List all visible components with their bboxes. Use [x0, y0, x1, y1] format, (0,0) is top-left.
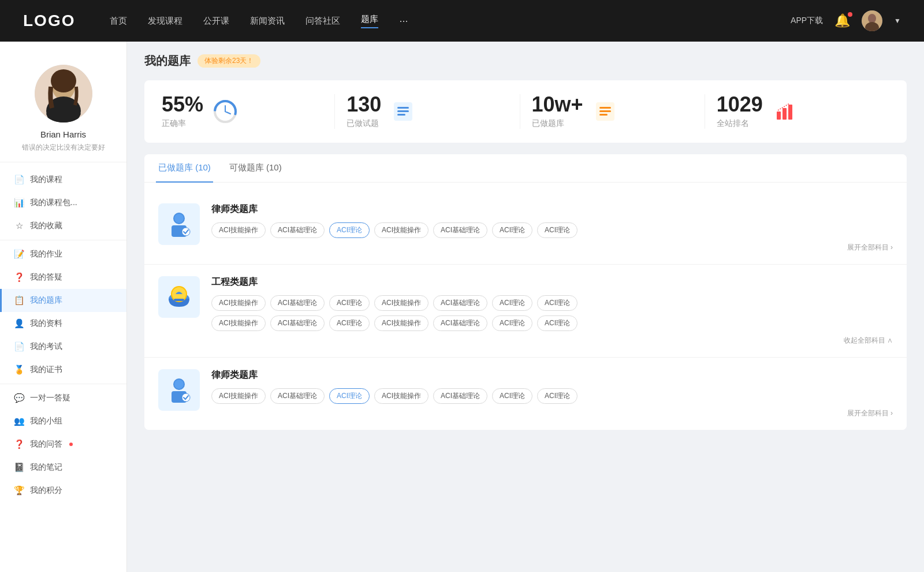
expand-link-lawyer-1[interactable]: 展开全部科目 › — [211, 243, 893, 252]
tag[interactable]: ACI基础理论 — [433, 222, 487, 238]
nav-menu: 首页 发现课程 公开课 新闻资讯 问答社区 题库 ··· — [110, 14, 791, 28]
cert-icon: 🏅 — [14, 365, 24, 375]
list-orange-icon — [593, 99, 618, 124]
app-download[interactable]: APP下载 — [791, 16, 823, 26]
notification-bell[interactable]: 🔔 — [834, 13, 850, 28]
tag-active[interactable]: ACI理论 — [329, 222, 370, 238]
profile-icon: 👤 — [14, 318, 24, 329]
sidebar-item-one-on-one[interactable]: 💬 一对一答疑 — [0, 387, 126, 410]
avatar[interactable] — [35, 65, 92, 122]
sidebar-item-label: 我的收藏 — [30, 221, 62, 231]
qbank-name-engineer: 工程类题库 — [211, 276, 893, 288]
nav-qa[interactable]: 问答社区 — [305, 16, 340, 27]
tag[interactable]: ACI基础理论 — [270, 295, 325, 311]
notification-badge — [848, 12, 852, 17]
tag[interactable]: ACI理论 — [329, 295, 370, 311]
favorites-icon: ☆ — [14, 221, 24, 231]
sidebar-item-my-group[interactable]: 👥 我的小组 — [0, 410, 126, 433]
list-blue-icon — [390, 99, 416, 124]
tag[interactable]: ACI理论 — [492, 295, 532, 311]
sidebar-item-my-qbank[interactable]: 📋 我的题库 — [0, 289, 126, 312]
tag[interactable]: ACI技能操作 — [211, 388, 266, 404]
sidebar-item-my-qa[interactable]: ❓ 我的答疑 — [0, 266, 126, 289]
svg-point-23 — [174, 214, 184, 223]
stat-text-done-banks: 10w+ 已做题库 — [532, 94, 583, 129]
tag[interactable]: ACI基础理论 — [433, 315, 487, 331]
sidebar-item-my-packages[interactable]: 📊 我的课程包... — [0, 191, 126, 214]
unread-dot — [69, 443, 73, 446]
sidebar-item-my-notes[interactable]: 📓 我的笔记 — [0, 456, 126, 479]
tag[interactable]: ACI技能操作 — [374, 388, 429, 404]
tag[interactable]: ACI理论 — [492, 388, 532, 404]
divider — [0, 384, 126, 384]
stat-text-rank: 1029 全站排名 — [717, 94, 763, 129]
tag[interactable]: ACI技能操作 — [211, 295, 266, 311]
avatar[interactable] — [862, 10, 882, 31]
sidebar-menu: 📄 我的课程 📊 我的课程包... ☆ 我的收藏 📝 我的作业 ❓ 我的答疑 � — [0, 162, 126, 508]
tag[interactable]: ACI基础理论 — [270, 388, 325, 404]
nav-more[interactable]: ··· — [399, 15, 408, 27]
nav-discover[interactable]: 发现课程 — [148, 16, 182, 27]
nav-news[interactable]: 新闻资讯 — [250, 16, 285, 27]
nav-qbank[interactable]: 题库 — [361, 14, 378, 28]
qbank-icon: 📋 — [14, 295, 24, 306]
sidebar-item-my-homework[interactable]: 📝 我的作业 — [0, 243, 126, 266]
main-layout: Brian Harris 错误的决定比没有决定要好 📄 我的课程 📊 我的课程包… — [0, 42, 924, 572]
tag[interactable]: ACI技能操作 — [374, 295, 429, 311]
main-content: 我的题库 体验剩余23天！ 55% 正确率 — [127, 42, 924, 572]
tag[interactable]: ACI技能操作 — [211, 315, 266, 331]
tag[interactable]: ACI技能操作 — [374, 222, 429, 238]
one-on-one-icon: 💬 — [14, 393, 24, 403]
sidebar-item-my-questions[interactable]: ❓ 我的问答 — [0, 433, 126, 456]
notes-icon: 📓 — [14, 462, 24, 473]
tag[interactable]: ACI理论 — [537, 295, 578, 311]
user-name: Brian Harris — [40, 129, 86, 139]
sidebar-item-my-points[interactable]: 🏆 我的积分 — [0, 479, 126, 502]
collapse-link-engineer[interactable]: 收起全部科目 ∧ — [211, 336, 893, 346]
qa-icon: ❓ — [14, 272, 24, 283]
nav-home[interactable]: 首页 — [110, 16, 127, 27]
tag[interactable]: ACI基础理论 — [270, 222, 325, 238]
tag[interactable]: ACI理论 — [492, 222, 532, 238]
tag-active[interactable]: ACI理论 — [329, 388, 370, 404]
packages-icon: 📊 — [14, 198, 24, 208]
tab-done[interactable]: 已做题库 (10) — [156, 154, 213, 183]
navbar-right: APP下载 🔔 ▼ — [791, 10, 901, 31]
qbank-info-engineer: 工程类题库 ACI技能操作 ACI基础理论 ACI理论 ACI技能操作 ACI基… — [211, 276, 893, 346]
sidebar-item-my-favorites[interactable]: ☆ 我的收藏 — [0, 214, 126, 237]
stat-value-accuracy: 55% — [162, 94, 203, 115]
stat-label-done-banks: 已做题库 — [532, 118, 583, 129]
sidebar-item-label: 我的小组 — [30, 416, 62, 426]
chevron-down-icon[interactable]: ▼ — [894, 17, 901, 25]
expand-link-lawyer-2[interactable]: 展开全部科目 › — [211, 408, 893, 418]
tag[interactable]: ACI理论 — [329, 315, 370, 331]
tag[interactable]: ACI理论 — [537, 315, 578, 331]
qbank-card-lawyer-1: 律师类题库 ACI技能操作 ACI基础理论 ACI理论 ACI技能操作 ACI基… — [144, 192, 907, 265]
sidebar-item-my-profile[interactable]: 👤 我的资料 — [0, 312, 126, 335]
tag[interactable]: ACI基础理论 — [270, 315, 325, 331]
sidebar-item-label: 我的积分 — [30, 485, 62, 496]
sidebar-item-label: 我的作业 — [30, 249, 62, 259]
group-icon: 👥 — [14, 416, 24, 426]
exam-icon: 📄 — [14, 341, 24, 352]
page-header: 我的题库 体验剩余23天！ — [144, 53, 907, 69]
stat-text-accuracy: 55% 正确率 — [162, 94, 203, 129]
nav-open[interactable]: 公开课 — [203, 16, 229, 27]
tab-todo[interactable]: 可做题库 (10) — [227, 154, 284, 183]
points-icon: 🏆 — [14, 485, 24, 496]
tag[interactable]: ACI基础理论 — [433, 388, 487, 404]
sidebar-item-my-cert[interactable]: 🏅 我的证书 — [0, 358, 126, 381]
tag[interactable]: ACI技能操作 — [374, 315, 429, 331]
tag[interactable]: ACI理论 — [492, 315, 532, 331]
tag[interactable]: ACI基础理论 — [433, 295, 487, 311]
tag[interactable]: ACI技能操作 — [211, 222, 266, 238]
tag[interactable]: ACI理论 — [537, 388, 578, 404]
bar-chart-icon — [772, 99, 798, 124]
sidebar-item-my-courses[interactable]: 📄 我的课程 — [0, 168, 126, 191]
sidebar: Brian Harris 错误的决定比没有决定要好 📄 我的课程 📊 我的课程包… — [0, 42, 127, 572]
tags-row-lawyer-2: ACI技能操作 ACI基础理论 ACI理论 ACI技能操作 ACI基础理论 AC… — [211, 388, 893, 404]
sidebar-item-my-exam[interactable]: 📄 我的考试 — [0, 335, 126, 358]
sidebar-item-label: 我的资料 — [30, 318, 62, 329]
tag[interactable]: ACI理论 — [537, 222, 578, 238]
svg-rect-17 — [599, 114, 608, 116]
